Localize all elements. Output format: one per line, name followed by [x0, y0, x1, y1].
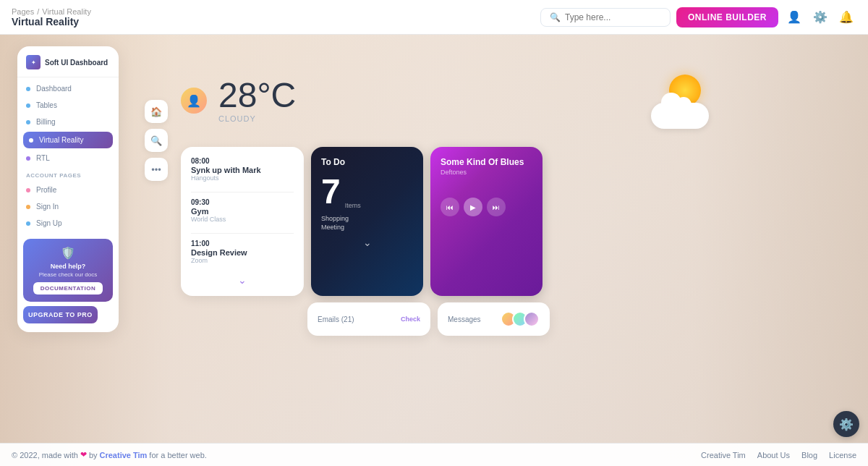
- sidebar-item-label: RTL: [36, 154, 50, 162]
- breadcrumb: Pages / Virtual Reality: [12, 7, 91, 16]
- avatar-3: [524, 311, 540, 327]
- schedule-sub-2: World Class: [191, 216, 294, 223]
- schedule-item-1: 08:00 Synk up with Mark Hangouts: [191, 157, 294, 182]
- more-icon-button[interactable]: •••: [145, 158, 168, 181]
- help-text: Please check our docs: [30, 271, 106, 278]
- music-prev-button[interactable]: ⏮: [441, 198, 459, 216]
- sidebar-item-billing[interactable]: Billing: [17, 114, 119, 130]
- sidebar-item-signin[interactable]: Sign In: [17, 198, 119, 215]
- dashboard-dot: [26, 87, 30, 91]
- nav-right: 🔍 ONLINE BUILDER 👤 ⚙️ 🔔: [540, 7, 856, 27]
- sidebar-item-label: Profile: [36, 186, 56, 194]
- page-title: Virtual Reality: [12, 16, 91, 27]
- footer-heart-icon: ❤: [80, 450, 87, 459]
- search-vr-button[interactable]: 🔍: [145, 129, 168, 152]
- music-next-button[interactable]: ⏭: [487, 198, 506, 216]
- todo-chevron-down[interactable]: ⌄: [321, 237, 413, 248]
- weather-condition: CLOUDY: [218, 114, 296, 123]
- schedule-time-3: 11:00: [191, 240, 294, 247]
- footer-link-license[interactable]: License: [829, 451, 856, 459]
- weather-icon: [651, 71, 723, 129]
- sidebar-item-label: Billing: [36, 118, 56, 126]
- home-icon-button[interactable]: 🏠: [145, 100, 168, 123]
- schedule-name-3: Design Review: [191, 248, 294, 257]
- vr-dot: [29, 138, 33, 143]
- sidebar-item-dashboard[interactable]: Dashboard: [17, 80, 119, 97]
- settings-fab-button[interactable]: ⚙️: [833, 411, 859, 437]
- music-title: Some Kind Of Blues: [441, 157, 532, 167]
- nav-left: Pages / Virtual Reality Virtual Reality: [12, 7, 91, 27]
- sidebar-header: ✦ Soft UI Dashboard: [17, 55, 119, 77]
- todo-tag-2: Meeting: [321, 224, 413, 231]
- help-title: Need help?: [30, 263, 106, 270]
- breadcrumb-current: Virtual Reality: [42, 7, 91, 16]
- side-icons: 🏠 🔍 •••: [145, 100, 168, 181]
- upgrade-button[interactable]: UPGRADE TO PRO: [23, 306, 98, 323]
- music-card: Some Kind Of Blues Deftones ⏮ ▶ ⏭: [430, 147, 542, 296]
- user-avatar: 👤: [181, 88, 207, 114]
- schedule-chevron-down[interactable]: ⌄: [191, 274, 294, 286]
- signin-dot: [26, 205, 30, 209]
- todo-tag-1: Shopping: [321, 215, 413, 222]
- sidebar-item-rtl[interactable]: RTL: [17, 150, 119, 166]
- footer-link-aboutus[interactable]: About Us: [757, 451, 790, 459]
- sidebar-item-label: Dashboard: [36, 85, 72, 93]
- footer-link-creativetim[interactable]: Creative Tim: [701, 451, 746, 459]
- billing-dot: [26, 120, 30, 124]
- schedule-time-2: 09:30: [191, 198, 294, 206]
- todo-items-label: Items: [345, 202, 361, 209]
- temperature: 28°C: [218, 78, 296, 113]
- sidebar-item-profile[interactable]: Profile: [17, 182, 119, 198]
- help-icon: 🛡️: [30, 246, 106, 260]
- footer-link-blog[interactable]: Blog: [801, 451, 817, 459]
- sidebar-logo-text: ✦: [31, 59, 36, 66]
- sidebar-item-label: Sign Up: [36, 219, 62, 227]
- documentation-button[interactable]: DOCUMENTATION: [33, 282, 103, 295]
- music-play-button[interactable]: ▶: [464, 198, 482, 216]
- search-icon: 🔍: [550, 12, 561, 22]
- search-box: 🔍: [540, 8, 671, 27]
- sidebar-item-virtualreality[interactable]: Virtual Reality: [23, 132, 113, 148]
- schedule-sub-1: Hangouts: [191, 174, 294, 182]
- account-pages-label: ACCOUNT PAGES: [17, 166, 119, 182]
- schedule-divider-2: [191, 233, 294, 234]
- sidebar-item-label: Virtual Reality: [39, 136, 84, 144]
- rtl-dot: [26, 156, 30, 161]
- footer-author-link[interactable]: Creative Tim: [100, 451, 148, 459]
- check-button[interactable]: Check: [401, 315, 420, 323]
- schedule-divider-1: [191, 192, 294, 192]
- bottom-cards: Emails (21) Check Messages: [307, 302, 550, 336]
- notifications-icon-button[interactable]: 🔔: [836, 7, 856, 27]
- navbar: Pages / Virtual Reality Virtual Reality …: [0, 0, 868, 35]
- weather-info: 28°C CLOUDY: [218, 78, 296, 123]
- schedule-card: 08:00 Synk up with Mark Hangouts 09:30 G…: [181, 147, 304, 296]
- sidebar-logo: ✦: [26, 55, 41, 69]
- footer-by: by: [89, 451, 98, 459]
- sidebar-title: Soft UI Dashboard: [45, 59, 108, 67]
- avatar-group: [501, 311, 540, 327]
- schedule-name-2: Gym: [191, 207, 294, 216]
- schedule-item-2: 09:30 Gym World Class: [191, 198, 294, 223]
- settings-icon-button[interactable]: ⚙️: [810, 7, 830, 27]
- footer-right: Creative Tim About Us Blog License: [701, 451, 856, 459]
- online-builder-button[interactable]: ONLINE BUILDER: [676, 7, 778, 27]
- footer: © 2022, made with ❤ by Creative Tim for …: [0, 443, 868, 466]
- user-icon-button[interactable]: 👤: [784, 7, 804, 27]
- sidebar-item-signup[interactable]: Sign Up: [17, 215, 119, 232]
- schedule-name-1: Synk up with Mark: [191, 166, 294, 174]
- profile-dot: [26, 188, 30, 192]
- music-artist: Deftones: [441, 169, 532, 176]
- main-content: ✦ Soft UI Dashboard Dashboard Tables Bil…: [0, 35, 868, 466]
- todo-card: To Do 7 Items Shopping Meeting ⌄: [311, 147, 423, 296]
- weather-widget: 👤 28°C CLOUDY: [181, 78, 296, 123]
- sidebar-item-tables[interactable]: Tables: [17, 97, 119, 114]
- tables-dot: [26, 103, 30, 108]
- music-controls: ⏮ ▶ ⏭: [441, 198, 532, 216]
- schedule-time-1: 08:00: [191, 157, 294, 165]
- todo-number: 7: [321, 174, 341, 209]
- search-input[interactable]: [565, 12, 661, 22]
- footer-left: © 2022, made with ❤ by Creative Tim for …: [12, 450, 207, 459]
- schedule-sub-3: Zoom: [191, 257, 294, 264]
- breadcrumb-pages[interactable]: Pages: [12, 7, 34, 16]
- cloud-icon: [651, 103, 709, 129]
